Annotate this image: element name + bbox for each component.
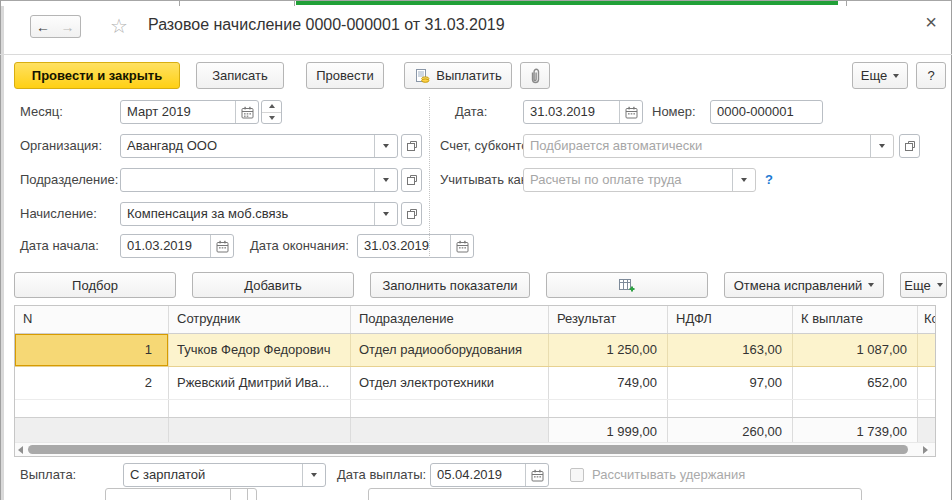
chevron-down-icon	[893, 74, 899, 78]
post-and-close-button[interactable]: Провести и закрыть	[14, 62, 180, 89]
dropdown-icon[interactable]	[374, 135, 397, 157]
save-button[interactable]: Записать	[196, 62, 284, 89]
date-end-value: 31.03.2019	[358, 235, 450, 257]
fill-indicators-button[interactable]: Заполнить показатели	[370, 272, 530, 298]
back-button[interactable]: ←	[30, 15, 56, 38]
date-start-label: Дата начала:	[20, 234, 99, 258]
chevron-down-icon	[868, 283, 874, 287]
open-icon	[406, 208, 418, 220]
department-value	[121, 169, 374, 191]
employees-table: N Сотрудник Подразделение Результат НДФЛ…	[14, 305, 936, 457]
toolbar-more-button[interactable]: Еще	[852, 62, 908, 89]
account-field[interactable]: Подбирается автоматически	[523, 134, 894, 158]
month-field[interactable]: Март 2019	[120, 100, 259, 124]
date-label: Дата:	[455, 100, 487, 124]
date-end-field[interactable]: 31.03.2019	[357, 234, 474, 258]
cell-result[interactable]: 749,00	[549, 367, 668, 399]
divider	[230, 489, 231, 500]
payout-button[interactable]: Выплатить	[404, 62, 512, 89]
header-department[interactable]: Подразделение	[351, 306, 549, 333]
pick-button[interactable]: Подбор	[14, 272, 176, 298]
form-column-divider	[429, 97, 430, 258]
dropdown-icon[interactable]	[302, 464, 325, 486]
calendar-icon[interactable]	[235, 101, 258, 123]
date-start-field[interactable]: 01.03.2019	[120, 234, 234, 258]
close-icon[interactable]: ×	[920, 11, 942, 34]
calculate-withholding-checkbox[interactable]	[570, 468, 584, 482]
cell-employee[interactable]: Ржевский Дмитрий Ива...	[169, 367, 351, 399]
window-left-border	[1, 6, 4, 500]
account-as-help-link[interactable]: ?	[765, 168, 773, 192]
payment-date-field[interactable]: 05.04.2019	[430, 463, 549, 487]
table-header-row: N Сотрудник Подразделение Результат НДФЛ…	[15, 306, 935, 334]
header-ndfl[interactable]: НДФЛ	[668, 306, 793, 333]
save-label: Записать	[212, 68, 268, 83]
department-label: Подразделение:	[20, 168, 118, 192]
cell-comment[interactable]	[918, 334, 935, 366]
header-employee[interactable]: Сотрудник	[169, 306, 351, 333]
cell-payout[interactable]: 652,00	[793, 367, 918, 399]
month-stepper[interactable]	[261, 100, 282, 124]
dropdown-icon[interactable]	[374, 203, 397, 225]
spin-down-icon[interactable]	[262, 113, 281, 124]
organization-field[interactable]: Авангард ООО	[120, 134, 398, 158]
help-button[interactable]: ?	[916, 62, 946, 89]
spin-up-icon[interactable]	[262, 101, 281, 113]
cell-ndfl[interactable]: 97,00	[668, 367, 793, 399]
cell-n[interactable]: 1	[15, 334, 169, 366]
accrual-open-button[interactable]	[401, 202, 422, 226]
cell-ndfl[interactable]: 163,00	[668, 334, 793, 366]
payment-select[interactable]: С зарплатой	[123, 463, 326, 487]
cell-payout[interactable]: 1 087,00	[793, 334, 918, 366]
clipped-field[interactable]	[105, 488, 257, 500]
scroll-left-icon[interactable]	[18, 446, 23, 454]
number-field[interactable]: 0000-000001	[710, 100, 823, 124]
header-comment[interactable]: Ко	[918, 306, 935, 333]
header-n[interactable]: N	[15, 306, 169, 333]
scroll-right-icon[interactable]	[923, 446, 928, 454]
undo-corrections-label: Отмена исправлений	[734, 278, 863, 293]
calendar-icon[interactable]	[525, 464, 548, 486]
account-as-field[interactable]: Расчеты по оплате труда	[523, 168, 756, 192]
calendar-icon[interactable]	[450, 235, 473, 257]
post-button[interactable]: Провести	[306, 62, 384, 89]
table-row[interactable]: 1 Тучков Федор Федорович Отдел радиообор…	[15, 334, 935, 367]
cell-department[interactable]: Отдел радиооборудования	[351, 334, 549, 366]
add-button[interactable]: Добавить	[192, 272, 354, 298]
cell-department[interactable]: Отдел электротехники	[351, 367, 549, 399]
post-and-close-label: Провести и закрыть	[32, 68, 162, 83]
calendar-icon[interactable]	[210, 235, 233, 257]
scrollbar-thumb[interactable]	[28, 445, 908, 454]
payout-icon	[414, 68, 430, 84]
header-result[interactable]: Результат	[549, 306, 668, 333]
organization-open-button[interactable]	[401, 134, 422, 158]
tab-separator	[179, 0, 180, 6]
dropdown-icon[interactable]	[870, 135, 893, 157]
more-label: Еще	[904, 278, 930, 293]
clipped-field[interactable]	[368, 488, 862, 500]
account-open-button[interactable]	[899, 134, 920, 158]
department-open-button[interactable]	[401, 168, 422, 192]
fill-table-button[interactable]	[546, 272, 708, 298]
date-field[interactable]: 31.03.2019	[523, 100, 643, 124]
horizontal-scrollbar[interactable]	[15, 442, 935, 456]
more-label: Еще	[861, 68, 887, 83]
forward-button[interactable]: →	[55, 15, 81, 38]
cell-employee[interactable]: Тучков Федор Федорович	[169, 334, 351, 366]
cell-result[interactable]: 1 250,00	[549, 334, 668, 366]
header-payout[interactable]: К выплате	[793, 306, 918, 333]
account-placeholder: Подбирается автоматически	[524, 135, 870, 157]
favorite-star-icon[interactable]: ☆	[110, 16, 128, 36]
table-plus-icon	[618, 277, 636, 293]
table-more-button[interactable]: Еще	[900, 272, 947, 298]
dropdown-icon[interactable]	[732, 169, 755, 191]
undo-corrections-button[interactable]: Отмена исправлений	[724, 272, 884, 298]
attach-button[interactable]	[520, 62, 550, 89]
cell-comment[interactable]	[918, 367, 935, 399]
table-row[interactable]: 2 Ржевский Дмитрий Ива... Отдел электрот…	[15, 367, 935, 400]
cell-n[interactable]: 2	[15, 367, 169, 399]
department-field[interactable]	[120, 168, 398, 192]
accrual-field[interactable]: Компенсация за моб.связь	[120, 202, 398, 226]
dropdown-icon[interactable]	[374, 169, 397, 191]
calendar-icon[interactable]	[619, 101, 642, 123]
